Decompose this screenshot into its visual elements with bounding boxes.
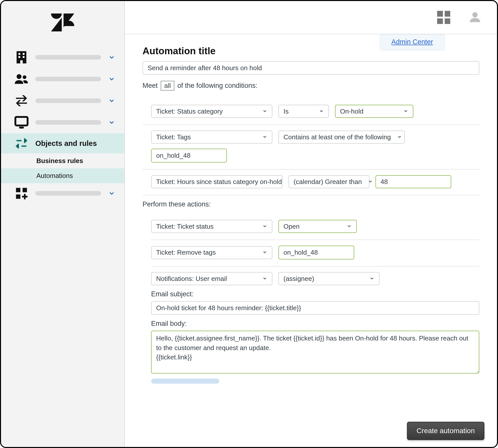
nav-item-workspaces2[interactable]	[1, 112, 124, 133]
nav-sub-label: Automations	[36, 172, 73, 180]
main-area: Admin Center Automation title Meet all o…	[125, 1, 497, 447]
logo-area	[1, 1, 124, 44]
nav-item-objects-rules[interactable]: Objects and rules	[1, 133, 124, 153]
footer: Create automation	[125, 414, 497, 447]
condition-tag-input[interactable]: on_hold_48	[151, 149, 227, 163]
svg-point-7	[472, 12, 478, 17]
chevron-down-icon	[262, 249, 267, 256]
condition-operator-select[interactable]: Is	[278, 105, 329, 118]
condition-operator-select[interactable]: Contains at least one of the following	[278, 130, 405, 144]
arrows-swap-icon	[14, 93, 29, 108]
select-value: Ticket: Tags	[156, 133, 191, 141]
user-menu-button[interactable]	[468, 11, 482, 24]
chevron-down-icon	[107, 53, 116, 62]
actions-label: Perform these actions:	[143, 200, 479, 208]
nav-placeholder	[35, 120, 101, 125]
chevron-down-icon	[107, 189, 116, 198]
actions-list: Ticket: Ticket status Open Ticket: Remov…	[143, 214, 479, 390]
nav-placeholder	[35, 191, 101, 196]
select-value: (assignee)	[283, 275, 314, 283]
nav-placeholder	[35, 77, 101, 81]
svg-point-0	[17, 74, 21, 79]
svg-rect-2	[15, 117, 28, 125]
svg-rect-6	[16, 194, 20, 199]
condition-field-select[interactable]: Ticket: Hours since status category on-h…	[151, 175, 282, 188]
svg-rect-5	[22, 188, 27, 192]
condition-operator-select[interactable]: (calendar) Greater than	[289, 175, 369, 188]
conditions-meet-line: Meet all of the following conditions:	[143, 81, 479, 91]
create-automation-button[interactable]: Create automation	[407, 422, 484, 440]
building-icon	[14, 50, 29, 65]
nav-sub-business-rules[interactable]: Business rules	[1, 153, 124, 168]
meet-prefix: Meet	[143, 82, 158, 90]
meet-suffix: of the following conditions:	[177, 82, 257, 90]
action-row: Ticket: Remove tags on_hold_48	[151, 240, 479, 267]
nav-list: Objects and rules Business rules Automat…	[1, 44, 124, 203]
action-value-select[interactable]: Open	[278, 220, 357, 233]
chevron-down-icon	[107, 96, 116, 105]
sidebar: Objects and rules Business rules Automat…	[1, 1, 125, 447]
select-value: Notifications: User email	[156, 275, 227, 283]
app-window: Objects and rules Business rules Automat…	[0, 0, 498, 448]
chevron-down-icon	[368, 178, 373, 186]
automation-title-input[interactable]	[143, 61, 479, 75]
nav-sub-label: Business rules	[36, 157, 83, 165]
chevron-down-icon	[347, 223, 352, 230]
chevron-down-icon	[107, 74, 116, 84]
nav-item-channels[interactable]	[1, 90, 124, 112]
condition-row: Ticket: Status category Is On-hold	[143, 99, 479, 125]
chevron-down-icon	[369, 275, 374, 283]
select-value: Ticket: Hours since status category on-h…	[156, 178, 282, 186]
action-recipient-select[interactable]: (assignee)	[278, 272, 380, 285]
apps-grid-button[interactable]	[437, 11, 450, 24]
objects-rules-icon	[14, 137, 29, 150]
nav-placeholder	[35, 98, 101, 103]
nav-item-apps[interactable]	[1, 183, 124, 203]
chevron-down-icon	[262, 133, 267, 141]
condition-value-input[interactable]	[375, 175, 451, 188]
admin-center-link[interactable]: Admin Center	[380, 34, 444, 50]
nav-label: Objects and rules	[35, 139, 97, 148]
monitor-icon	[14, 115, 29, 130]
nav-sub-automations[interactable]: Automations	[1, 168, 124, 183]
chevron-down-icon	[403, 108, 408, 115]
select-value: Is	[283, 108, 289, 115]
svg-rect-3	[19, 127, 24, 128]
select-value: (calendar) Greater than	[294, 178, 362, 186]
condition-row: Ticket: Hours since status category on-h…	[143, 170, 479, 195]
action-tag-input[interactable]: on_hold_48	[278, 246, 354, 259]
select-value: Open	[283, 223, 300, 230]
email-body-textarea[interactable]	[151, 331, 479, 374]
user-icon	[469, 11, 481, 24]
email-subject-input[interactable]	[151, 301, 479, 315]
svg-rect-4	[16, 188, 20, 192]
svg-point-1	[23, 75, 27, 79]
action-field-select[interactable]: Notifications: User email	[151, 272, 272, 285]
nav-item-workspaces[interactable]	[1, 46, 124, 68]
condition-field-select[interactable]: Ticket: Tags	[151, 130, 272, 144]
zendesk-logo-icon	[51, 13, 74, 32]
chevron-down-icon	[262, 108, 267, 115]
placeholder-pill	[151, 379, 219, 384]
meet-mode-selector[interactable]: all	[161, 81, 174, 91]
chevron-down-icon	[397, 133, 402, 141]
action-field-select[interactable]: Ticket: Remove tags	[151, 246, 272, 259]
nav-item-people[interactable]	[1, 68, 124, 90]
select-value: Ticket: Ticket status	[156, 223, 214, 230]
chevron-down-icon	[262, 223, 267, 230]
email-body-label: Email body:	[151, 320, 479, 328]
select-value: Ticket: Remove tags	[156, 249, 216, 256]
action-field-select[interactable]: Ticket: Ticket status	[151, 220, 272, 233]
condition-field-select[interactable]: Ticket: Status category	[151, 105, 272, 118]
grid-icon	[437, 11, 450, 24]
topbar	[125, 1, 497, 34]
select-value: Ticket: Status category	[156, 108, 223, 115]
condition-value-select[interactable]: On-hold	[335, 105, 413, 118]
people-icon	[14, 72, 29, 86]
apps-add-icon	[14, 187, 29, 200]
nav-placeholder	[35, 55, 101, 60]
conditions-list: Ticket: Status category Is On-hold	[143, 99, 479, 195]
select-value: On-hold	[340, 108, 364, 115]
content: Automation title Meet all of the followi…	[125, 34, 497, 414]
chevron-down-icon	[262, 275, 267, 283]
